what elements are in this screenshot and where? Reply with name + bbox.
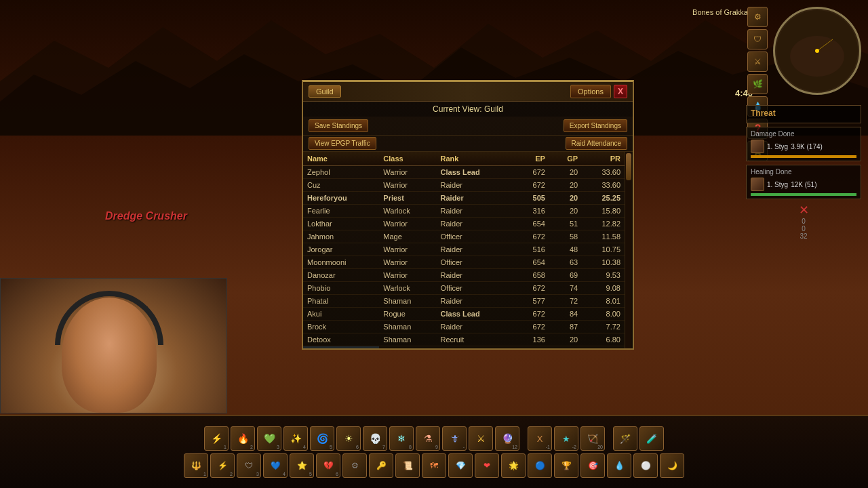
scrollbar-thumb[interactable]: [626, 153, 631, 180]
action-btn-b16[interactable]: 🎯: [580, 453, 605, 478]
cell-ep: 658: [517, 269, 549, 282]
close-combat-panel[interactable]: ✕: [746, 203, 861, 218]
cell-rank: Raider: [437, 179, 517, 192]
col-ep[interactable]: EP: [517, 152, 549, 166]
action-btn-b18[interactable]: ⚪: [633, 453, 658, 478]
cell-rank: Raider: [437, 295, 517, 308]
cell-gp: 63: [549, 256, 582, 269]
cell-rank: Class Lead: [437, 308, 517, 321]
action-btn-b17[interactable]: 💧: [607, 453, 631, 478]
cell-ep: 316: [517, 205, 549, 218]
action-btn-b1[interactable]: 🔱1: [184, 453, 208, 478]
cell-ep: 672: [517, 179, 549, 192]
action-btn-5[interactable]: 🌀5: [310, 426, 334, 451]
skill-icon-3[interactable]: ⚔: [747, 52, 768, 72]
col-rank[interactable]: Rank: [437, 152, 517, 166]
col-name[interactable]: Name: [303, 152, 379, 166]
cell-pr: 33.60: [582, 179, 625, 192]
cell-pr: 7.72: [582, 321, 625, 333]
skill-icon-4[interactable]: 🌿: [747, 74, 768, 94]
save-standings-button[interactable]: Save Standings: [309, 119, 368, 132]
action-btn-s1[interactable]: X-1: [528, 426, 552, 451]
action-btn-t2[interactable]: 🧪: [639, 426, 664, 451]
action-btn-b14[interactable]: 🔵: [528, 453, 552, 478]
action-btn-b9[interactable]: 📜: [395, 453, 420, 478]
action-btn-b12[interactable]: ❤: [475, 453, 499, 478]
action-btn-6[interactable]: ☀6: [336, 426, 361, 451]
cell-pr: 8.00: [582, 308, 625, 321]
cell-class: Shaman: [379, 295, 436, 308]
mob-name-text: Dredge Crusher: [105, 210, 187, 222]
action-btn-b11[interactable]: 💎: [448, 453, 473, 478]
action-btn-b5[interactable]: ⭐5: [290, 453, 314, 478]
action-btn-s2[interactable]: ★-2: [554, 426, 578, 451]
damage-value: 3.9K (174): [791, 143, 823, 150]
action-btn-8[interactable]: ❄8: [389, 426, 414, 451]
cell-pr: 6.80: [582, 333, 625, 346]
cell-name: Hereforyou: [303, 192, 379, 205]
right-combat-panel: Threat Damage Done 1. Styg 3.9K (174) He…: [746, 105, 861, 240]
action-btn-b19[interactable]: 🌙: [660, 453, 684, 478]
options-button[interactable]: Options: [570, 85, 611, 98]
action-btn-b2[interactable]: ⚡2: [210, 453, 235, 478]
cell-ep: 672: [517, 166, 549, 179]
cell-rank: Class Lead: [437, 346, 517, 349]
cell-pr: 15.80: [582, 205, 625, 218]
action-btn-b13[interactable]: 🌟: [501, 453, 526, 478]
view-epgp-traffic-button[interactable]: View EPGP Traffic: [309, 137, 376, 150]
action-btn-10[interactable]: 🗡-: [442, 426, 467, 451]
cell-class: Warrior: [379, 256, 436, 269]
table-row: Detoox Shaman Recruit 136 20 6.80: [303, 333, 625, 346]
cell-gp: 20: [549, 333, 582, 346]
skill-icon-2[interactable]: 🛡: [747, 29, 768, 49]
damage-title: Damage Done: [751, 130, 856, 138]
table-row: Jorogar Warrior Raider 516 48 10.75: [303, 243, 625, 256]
col-gp[interactable]: GP: [549, 152, 582, 166]
cell-gp: 69: [549, 269, 582, 282]
cell-ep: 505: [517, 192, 549, 205]
cell-gp: 72: [549, 295, 582, 308]
cell-pr: 6.65: [582, 346, 625, 349]
action-btn-b3[interactable]: 🛡3: [237, 453, 261, 478]
cell-ep: 577: [517, 295, 549, 308]
action-btn-2[interactable]: 🔥2: [231, 426, 255, 451]
scrollbar-track[interactable]: [625, 152, 631, 348]
action-btn-b8[interactable]: 🔑: [369, 453, 393, 478]
cell-rank: Raider: [437, 218, 517, 230]
action-btn-b6[interactable]: 💔6: [316, 453, 340, 478]
cell-gp: 84: [549, 308, 582, 321]
action-btn-7[interactable]: 💀7: [363, 426, 387, 451]
cell-name: Fearlie: [303, 205, 379, 218]
action-btn-3[interactable]: 💚3: [257, 426, 281, 451]
close-window-button[interactable]: X: [614, 85, 627, 98]
cell-rank: Officer: [437, 282, 517, 295]
action-btn-b15[interactable]: 🏆: [554, 453, 578, 478]
cell-pr: 8.01: [582, 295, 625, 308]
close-combat-icon[interactable]: ✕: [799, 203, 809, 218]
action-btn-s3[interactable]: 🏹20: [580, 426, 605, 451]
col-pr[interactable]: PR: [582, 152, 625, 166]
action-btn-9[interactable]: ⚗9: [416, 426, 440, 451]
action-btn-12[interactable]: 🔮12: [495, 426, 519, 451]
action-btn-1[interactable]: ⚡1: [204, 426, 229, 451]
col-class[interactable]: Class: [379, 152, 436, 166]
skill-icon-1[interactable]: ⚙: [747, 7, 768, 27]
action-btn-4[interactable]: ✨4: [283, 426, 308, 451]
table-row: Fearlie Warlock Raider 316 20 15.80: [303, 205, 625, 218]
cell-gp: 58: [549, 230, 582, 243]
threat-title: Threat: [751, 108, 856, 118]
cell-class: Shaman: [379, 333, 436, 346]
action-btn-t1[interactable]: 🪄: [613, 426, 637, 451]
cell-ep: 672: [517, 282, 549, 295]
action-btn-b10[interactable]: 🗺: [422, 453, 446, 478]
raid-attendance-button[interactable]: Raid Attendance: [566, 137, 627, 150]
action-btn-b4[interactable]: 💙4: [263, 453, 288, 478]
action-btn-b7[interactable]: ⚙: [342, 453, 367, 478]
export-standings-button[interactable]: Export Standings: [564, 119, 627, 132]
cell-rank: Raider: [437, 205, 517, 218]
minimap[interactable]: [773, 7, 861, 95]
cell-rank: Raider: [437, 269, 517, 282]
tab-guild[interactable]: Guild: [309, 85, 341, 98]
action-btn-11[interactable]: ⚔: [469, 426, 493, 451]
table-scroll-area[interactable]: Name Class Rank EP GP PR Zephol Warrior …: [303, 152, 633, 348]
